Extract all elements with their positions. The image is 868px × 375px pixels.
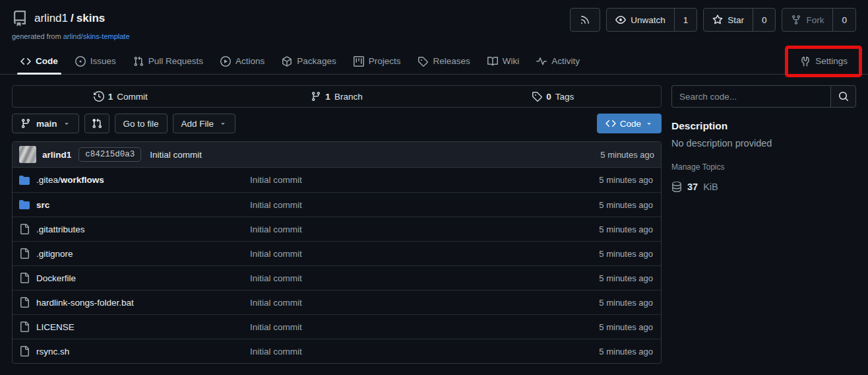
file-commit-time: 5 minutes ago: [599, 322, 654, 332]
unwatch-button[interactable]: Unwatch: [607, 9, 674, 31]
star-count[interactable]: 0: [753, 9, 776, 31]
code-icon: [605, 118, 616, 129]
repo-header: arlind1/skins generated from arlind/skin…: [0, 0, 868, 40]
avatar[interactable]: [19, 146, 36, 163]
tab-releases[interactable]: Releases: [409, 48, 478, 74]
code-icon: [20, 56, 31, 67]
star-button[interactable]: Star: [704, 9, 753, 31]
file-commit-message-link[interactable]: Initial commit: [250, 175, 599, 185]
file-name-link[interactable]: .gitattributes: [19, 224, 250, 234]
repo-owner-link[interactable]: arlind1: [34, 12, 68, 24]
file-commit-message-link[interactable]: Initial commit: [250, 322, 599, 332]
tab-settings[interactable]: Settings: [791, 48, 856, 74]
commit-message-link[interactable]: Initial commit: [150, 150, 202, 160]
book-icon: [487, 56, 498, 67]
file-name-link[interactable]: rsync.sh: [19, 346, 250, 357]
file-commit-message-link[interactable]: Initial commit: [250, 273, 599, 283]
file-name-link[interactable]: src: [19, 199, 250, 210]
watch-count[interactable]: 1: [674, 9, 697, 31]
page-title: arlind1/skins: [34, 12, 105, 25]
template-link[interactable]: arlind/skins-template: [63, 32, 130, 40]
tab-wiki[interactable]: Wiki: [479, 48, 528, 74]
tab-code[interactable]: Code: [12, 48, 67, 74]
file-icon: [19, 273, 30, 283]
tab-pull-requests[interactable]: Pull Requests: [125, 48, 212, 74]
repo-toolbar: main Go to file Add File Code: [12, 114, 662, 133]
fork-button[interactable]: Fork: [782, 9, 832, 31]
file-commit-time: 5 minutes ago: [599, 273, 654, 283]
branch-selector[interactable]: main: [12, 114, 79, 133]
file-name-link[interactable]: .gitea/workflows: [19, 175, 250, 186]
file-commit-message-link[interactable]: Initial commit: [250, 224, 599, 234]
search-icon: [838, 91, 849, 102]
tab-packages[interactable]: Packages: [273, 48, 344, 74]
commit-time: 5 minutes ago: [600, 150, 654, 160]
file-name-link[interactable]: hardlink-songs-folder.bat: [19, 297, 250, 308]
fork-button-group: Fork 0: [782, 8, 856, 32]
file-icon: [19, 248, 30, 259]
description-heading: Description: [671, 120, 856, 132]
chevron-down-icon: [645, 119, 653, 127]
table-row: LICENSE Initial commit 5 minutes ago: [13, 314, 661, 339]
issue-icon: [75, 56, 86, 67]
code-search: [671, 85, 856, 108]
file-table: arlind1 c84215d0a3 Initial commit 5 minu…: [12, 141, 662, 364]
tab-issues[interactable]: Issues: [67, 48, 125, 74]
tags-stat[interactable]: 0 Tags: [445, 91, 661, 102]
repo-name-link[interactable]: skins: [77, 12, 105, 24]
commit-author-link[interactable]: arlind1: [42, 150, 71, 160]
branch-icon: [20, 118, 31, 129]
file-icon: [19, 297, 30, 308]
repo-stats-bar: 1 Commit 1 Branch 0 Tags: [12, 85, 662, 108]
chevron-down-icon: [63, 119, 71, 127]
file-name-link[interactable]: Dockerfile: [19, 273, 250, 283]
repo-tabs: Code Issues Pull Requests Actions Packag…: [0, 48, 868, 75]
table-row: Dockerfile Initial commit 5 minutes ago: [13, 265, 661, 290]
file-icon: [19, 346, 30, 357]
commits-stat[interactable]: 1 Commit: [13, 91, 229, 102]
file-commit-message-link[interactable]: Initial commit: [250, 200, 599, 210]
pulse-icon: [536, 56, 547, 67]
code-download-button[interactable]: Code: [597, 114, 662, 133]
search-button[interactable]: [830, 85, 856, 108]
branches-stat[interactable]: 1 Branch: [229, 91, 445, 102]
tag-icon: [418, 56, 428, 67]
file-icon: [19, 322, 30, 332]
folder-icon: [19, 199, 30, 210]
project-icon: [354, 56, 364, 67]
fork-icon: [791, 15, 801, 25]
file-name-link[interactable]: LICENSE: [19, 322, 250, 332]
table-row: .gitattributes Initial commit 5 minutes …: [13, 217, 661, 241]
star-icon: [712, 15, 723, 25]
add-file-button[interactable]: Add File: [173, 114, 236, 133]
branch-icon: [311, 91, 321, 102]
file-commit-message-link[interactable]: Initial commit: [250, 298, 599, 308]
table-row: rsync.sh Initial commit 5 minutes ago: [13, 339, 661, 363]
commit-hash-link[interactable]: c84215d0a3: [78, 147, 141, 162]
manage-topics-link[interactable]: Manage Topics: [671, 162, 856, 172]
file-icon: [19, 224, 30, 234]
tab-actions[interactable]: Actions: [212, 48, 273, 74]
compare-icon: [92, 118, 102, 129]
tab-activity[interactable]: Activity: [528, 48, 588, 74]
table-row: src Initial commit 5 minutes ago: [13, 192, 661, 217]
rss-icon: [580, 15, 590, 25]
rss-button[interactable]: [570, 8, 600, 32]
fork-count[interactable]: 0: [832, 9, 855, 31]
file-commit-message-link[interactable]: Initial commit: [250, 249, 599, 259]
go-to-file-button[interactable]: Go to file: [115, 114, 168, 133]
file-name-link[interactable]: .gitignore: [19, 248, 250, 259]
search-input[interactable]: [671, 85, 830, 108]
watch-button-group: Unwatch 1: [606, 8, 697, 32]
compare-button[interactable]: [84, 114, 109, 133]
file-commit-time: 5 minutes ago: [599, 298, 654, 308]
file-commit-time: 5 minutes ago: [599, 224, 654, 234]
play-icon: [220, 56, 231, 67]
generated-from: generated from arlind/skins-template: [12, 32, 856, 40]
table-row: .gitea/workflows Initial commit 5 minute…: [13, 168, 661, 192]
file-commit-time: 5 minutes ago: [599, 200, 654, 210]
file-commit-message-link[interactable]: Initial commit: [250, 347, 599, 357]
repo-icon: [12, 11, 28, 26]
tab-projects[interactable]: Projects: [345, 48, 410, 74]
database-icon: [671, 182, 682, 192]
